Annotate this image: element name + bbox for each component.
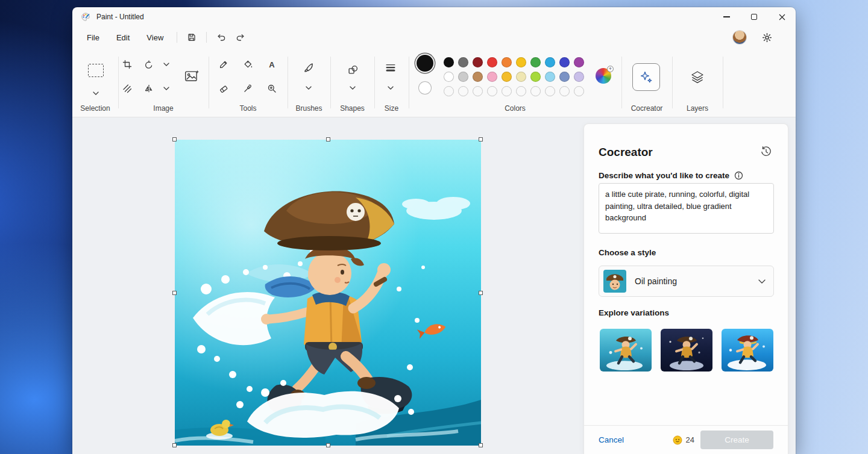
foreground-color-swatch[interactable] xyxy=(417,55,433,72)
style-value: Oil painting xyxy=(635,276,677,286)
color-swatch[interactable] xyxy=(458,72,468,82)
layers-group-label: Layers xyxy=(672,104,723,113)
brushes-button[interactable] xyxy=(300,59,317,76)
color-swatch[interactable] xyxy=(574,72,584,82)
selection-handle-middle-right[interactable] xyxy=(479,291,483,295)
color-swatch[interactable] xyxy=(487,72,497,82)
empty-color-swatch[interactable] xyxy=(516,86,526,96)
maximize-button[interactable] xyxy=(740,7,768,26)
selection-handle-bottom-middle[interactable] xyxy=(326,443,330,447)
rotate-chevron-down-icon[interactable] xyxy=(163,62,170,67)
empty-color-swatch[interactable] xyxy=(473,86,483,96)
color-swatch[interactable] xyxy=(473,57,483,67)
fill-button[interactable] xyxy=(239,56,256,73)
image-group: Image xyxy=(118,48,209,117)
image-options-button[interactable] xyxy=(181,66,203,87)
color-swatch[interactable] xyxy=(502,72,512,82)
selection-tool-icon[interactable] xyxy=(88,64,104,77)
size-button[interactable] xyxy=(382,59,399,76)
style-chevron-down-icon xyxy=(758,279,766,284)
background-color-swatch[interactable] xyxy=(418,81,432,95)
rotate-button[interactable] xyxy=(140,56,157,73)
cancel-button[interactable]: Cancel xyxy=(599,435,624,444)
variation-thumbnail-1[interactable] xyxy=(600,329,652,372)
variations-label: Explore variations xyxy=(599,308,669,317)
variation-thumbnail-2[interactable] xyxy=(661,329,712,372)
color-swatch[interactable] xyxy=(487,57,497,67)
menu-edit[interactable]: Edit xyxy=(108,31,138,45)
text-tool-button[interactable]: A xyxy=(263,56,280,73)
layers-button[interactable] xyxy=(688,68,706,86)
flip-chevron-down-icon[interactable] xyxy=(163,86,170,91)
size-chevron-down-icon[interactable] xyxy=(387,86,394,90)
selection-handle-middle-left[interactable] xyxy=(172,291,177,295)
empty-color-swatch[interactable] xyxy=(559,86,570,96)
gear-icon xyxy=(762,33,772,43)
colors-group: + Colors xyxy=(409,48,621,117)
selection-handle-bottom-left[interactable] xyxy=(172,443,177,447)
color-swatch[interactable] xyxy=(473,72,483,82)
history-button[interactable] xyxy=(759,145,773,159)
selection-handle-bottom-right[interactable] xyxy=(479,443,483,447)
save-button[interactable] xyxy=(182,29,201,46)
credit-group: 24 xyxy=(673,435,694,445)
menubar-separator xyxy=(206,32,207,43)
empty-color-swatch[interactable] xyxy=(545,86,555,96)
size-group: Size xyxy=(374,48,409,117)
variation-thumbnail-3[interactable] xyxy=(722,329,773,372)
menubar-separator xyxy=(177,32,177,43)
color-swatch[interactable] xyxy=(545,72,555,82)
color-swatch[interactable] xyxy=(516,57,526,67)
account-avatar[interactable] xyxy=(733,31,746,44)
color-swatch[interactable] xyxy=(559,57,570,67)
brushes-chevron-down-icon[interactable] xyxy=(305,86,312,90)
prompt-input[interactable]: a little cute pirate, running, colorful,… xyxy=(599,183,774,234)
resize-button[interactable] xyxy=(119,80,136,97)
empty-color-swatch[interactable] xyxy=(444,86,454,96)
pencil-button[interactable] xyxy=(215,56,232,73)
settings-button[interactable] xyxy=(757,29,776,46)
selection-handle-top-left[interactable] xyxy=(172,137,177,141)
flip-button[interactable] xyxy=(140,80,157,97)
magnifier-button[interactable] xyxy=(263,80,280,97)
create-button[interactable]: Create xyxy=(700,431,773,449)
color-swatch[interactable] xyxy=(516,72,526,82)
crop-button[interactable] xyxy=(119,56,136,73)
shapes-button[interactable] xyxy=(344,61,361,78)
selection-handle-top-middle[interactable] xyxy=(326,137,330,141)
color-swatch[interactable] xyxy=(530,57,541,67)
color-swatch[interactable] xyxy=(444,57,454,67)
add-color-icon: + xyxy=(607,66,614,72)
fill-bucket-icon xyxy=(243,60,253,69)
edit-colors-button[interactable]: + xyxy=(596,68,611,84)
color-swatch[interactable] xyxy=(502,57,512,67)
empty-color-swatch[interactable] xyxy=(458,86,468,96)
redo-button[interactable] xyxy=(231,29,250,46)
sparkle-icon xyxy=(639,70,653,84)
style-dropdown[interactable]: Oil painting xyxy=(599,266,774,297)
empty-color-swatch[interactable] xyxy=(530,86,541,96)
menu-view[interactable]: View xyxy=(138,31,172,45)
empty-color-swatch[interactable] xyxy=(502,86,512,96)
cocreator-button[interactable] xyxy=(632,63,660,91)
selection-handle-top-right[interactable] xyxy=(479,137,483,141)
empty-color-swatch[interactable] xyxy=(574,86,584,96)
selection-chevron-down-icon[interactable] xyxy=(92,91,99,96)
eyedropper-button[interactable] xyxy=(239,80,256,97)
color-swatch[interactable] xyxy=(559,72,570,82)
eraser-button[interactable] xyxy=(215,80,232,97)
menu-file[interactable]: File xyxy=(78,31,108,45)
paint-canvas[interactable] xyxy=(175,140,481,446)
color-swatch[interactable] xyxy=(530,72,541,82)
color-swatch[interactable] xyxy=(444,72,454,82)
minimize-button[interactable] xyxy=(712,7,740,26)
shapes-chevron-down-icon[interactable] xyxy=(349,86,356,90)
empty-color-swatch[interactable] xyxy=(487,86,497,96)
color-swatch[interactable] xyxy=(545,57,555,67)
info-icon[interactable] xyxy=(734,171,743,180)
color-swatch[interactable] xyxy=(458,57,468,67)
titlebar[interactable]: Paint - Untitled xyxy=(72,7,796,26)
close-button[interactable] xyxy=(768,7,796,26)
undo-button[interactable] xyxy=(212,29,231,46)
color-swatch[interactable] xyxy=(574,57,584,67)
